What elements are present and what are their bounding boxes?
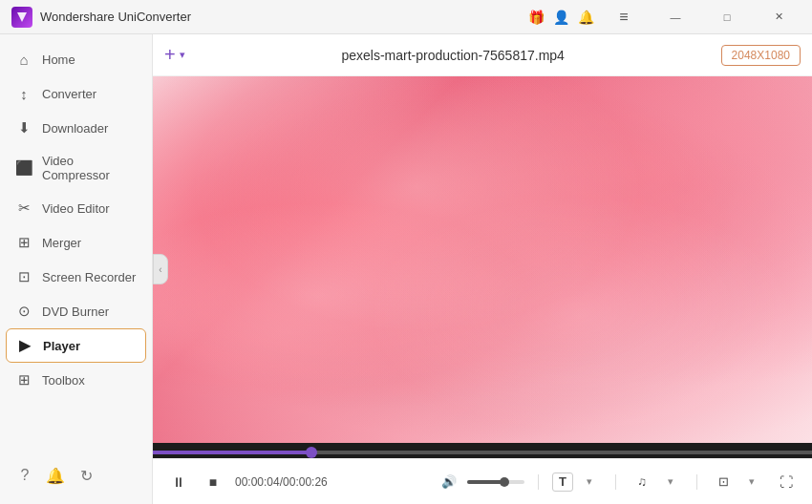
converter-icon: ↕: [15, 85, 32, 102]
sidebar-item-toolbox[interactable]: ⊞ Toolbox: [0, 363, 152, 397]
titlebar-controls: 🎁 👤 🔔 ≡ — □ ✕: [527, 3, 801, 32]
screenshot-icon[interactable]: ⊡: [711, 470, 736, 494]
toolbox-icon: ⊞: [15, 371, 32, 388]
sidebar-label-screen-recorder: Screen Recorder: [42, 270, 136, 284]
main-layout: ⌂ Home ↕ Converter ⬇ Downloader ⬛ Video …: [0, 34, 812, 504]
add-file-button[interactable]: + ▾: [164, 44, 185, 66]
bell-icon[interactable]: 🔔: [577, 9, 594, 26]
notification-icon[interactable]: 🔔: [46, 466, 65, 485]
fullscreen-button[interactable]: ⛶: [774, 470, 799, 494]
subtitle-dropdown[interactable]: ▾: [577, 470, 602, 494]
help-icon[interactable]: ?: [15, 466, 34, 485]
sidebar-item-screen-recorder[interactable]: ⊡ Screen Recorder: [0, 260, 152, 294]
menu-button[interactable]: ≡: [602, 3, 646, 32]
divider-2: [615, 474, 616, 490]
volume-icon[interactable]: 🔊: [437, 470, 461, 494]
sidebar-item-home[interactable]: ⌂ Home: [0, 42, 152, 76]
user-icon[interactable]: 👤: [552, 9, 569, 26]
recorder-icon: ⊡: [15, 268, 32, 285]
seekbar-row: [153, 443, 812, 458]
sidebar-label-player: Player: [43, 339, 80, 353]
seekbar-track[interactable]: [153, 451, 812, 454]
app-title: Wondershare UniConverter: [40, 10, 527, 24]
merger-icon: ⊞: [15, 234, 32, 251]
subtitle-icon[interactable]: T: [552, 472, 573, 492]
current-time: 00:00:04: [235, 475, 280, 489]
player-icon: ▶: [16, 337, 33, 354]
sidebar-label-toolbox: Toolbox: [42, 373, 85, 388]
content-area: + ▾ pexels-mart-production-7565817.mp4 2…: [153, 34, 812, 504]
divider-1: [538, 474, 539, 490]
minimize-button[interactable]: —: [653, 3, 697, 32]
resolution-badge: 2048X1080: [721, 45, 801, 66]
maximize-button[interactable]: □: [705, 3, 749, 32]
sidebar-item-converter[interactable]: ↕ Converter: [0, 76, 152, 111]
titlebar: Wondershare UniConverter 🎁 👤 🔔 ≡ — □ ✕: [0, 0, 812, 34]
screenshot-control: ⊡ ▾: [711, 470, 764, 494]
seekbar-thumb[interactable]: [306, 447, 317, 458]
sync-icon[interactable]: ↻: [76, 466, 96, 485]
sidebar-item-video-editor[interactable]: ✂ Video Editor: [0, 191, 152, 225]
sidebar: ⌂ Home ↕ Converter ⬇ Downloader ⬛ Video …: [0, 34, 153, 504]
sidebar-label-dvd-burner: DVD Burner: [42, 304, 109, 319]
dvd-icon: ⊙: [15, 303, 32, 320]
sidebar-label-video-editor: Video Editor: [42, 201, 110, 216]
timecode-display: 00:00:04/00:00:26: [235, 475, 328, 489]
editor-icon: ✂: [15, 200, 32, 217]
sidebar-label-video-compressor: Video Compressor: [42, 154, 137, 182]
logo-icon: [15, 10, 29, 24]
home-icon: ⌂: [15, 51, 32, 68]
sidebar-item-downloader[interactable]: ⬇ Downloader: [0, 111, 152, 145]
close-button[interactable]: ✕: [757, 3, 801, 32]
audio-icon[interactable]: ♫: [630, 470, 654, 494]
audio-control: ♫ ▾: [630, 470, 683, 494]
volume-track[interactable]: [467, 480, 524, 484]
downloader-icon: ⬇: [15, 119, 32, 136]
sidebar-collapse-button[interactable]: ‹: [153, 254, 168, 284]
divider-3: [696, 474, 697, 490]
app-logo: [11, 7, 32, 28]
player-controls: ⏸ ■ 00:00:04/00:00:26 🔊 T ▾: [153, 458, 812, 504]
sidebar-label-downloader: Downloader: [42, 121, 108, 136]
sidebar-label-merger: Merger: [42, 236, 81, 250]
subtitle-control: T ▾: [552, 470, 602, 494]
player-topbar: + ▾ pexels-mart-production-7565817.mp4 2…: [153, 34, 812, 76]
add-icon: +: [164, 44, 176, 66]
sidebar-label-converter: Converter: [42, 87, 96, 101]
sidebar-bottom: ? 🔔 ↻: [0, 454, 152, 496]
gift-icon[interactable]: 🎁: [527, 9, 545, 26]
sidebar-item-merger[interactable]: ⊞ Merger: [0, 225, 152, 260]
pause-button[interactable]: ⏸: [166, 470, 191, 494]
audio-dropdown[interactable]: ▾: [658, 470, 683, 494]
volume-control: 🔊: [437, 470, 524, 494]
add-icon-arrow: ▾: [180, 49, 185, 61]
sidebar-item-dvd-burner[interactable]: ⊙ DVD Burner: [0, 294, 152, 328]
screenshot-dropdown[interactable]: ▾: [739, 470, 764, 494]
video-area[interactable]: [153, 76, 812, 443]
volume-thumb[interactable]: [500, 477, 509, 487]
video-overlay: [153, 76, 812, 443]
sidebar-label-home: Home: [42, 52, 75, 67]
stop-button[interactable]: ■: [201, 470, 225, 494]
compressor-icon: ⬛: [15, 159, 32, 177]
total-time: 00:00:26: [283, 475, 328, 489]
filename-label: pexels-mart-production-7565817.mp4: [195, 48, 712, 63]
seekbar-fill: [153, 451, 311, 454]
sidebar-item-player[interactable]: ▶ Player: [6, 328, 146, 363]
sidebar-item-video-compressor[interactable]: ⬛ Video Compressor: [0, 145, 152, 191]
